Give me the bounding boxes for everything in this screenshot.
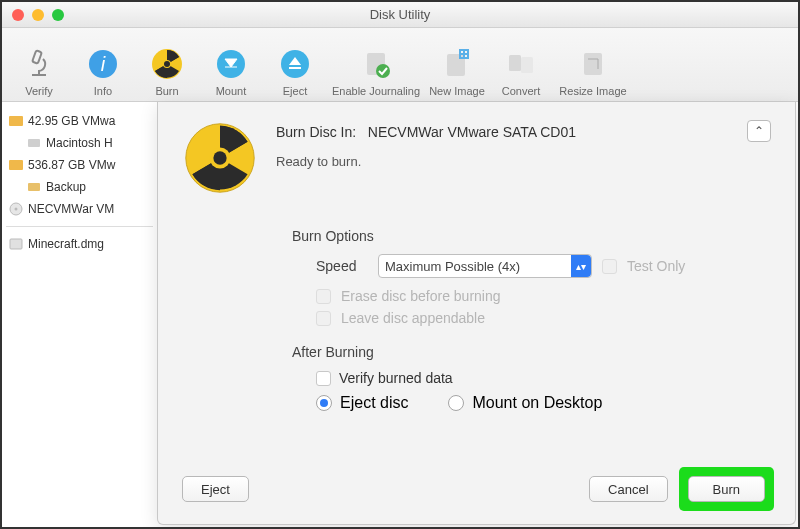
burn-disc-in-row: Burn Disc In: NECVMWar VMware SATA CD01 bbox=[276, 124, 729, 140]
svg-rect-18 bbox=[28, 183, 40, 191]
svg-rect-16 bbox=[28, 139, 40, 147]
test-only-checkbox bbox=[602, 259, 617, 274]
burn-options-title: Burn Options bbox=[292, 228, 771, 244]
titlebar: Disk Utility bbox=[2, 2, 798, 28]
burn-in-device: NECVMWar VMware SATA CD01 bbox=[368, 124, 576, 140]
convert-icon bbox=[504, 47, 538, 81]
mount-desktop-radio[interactable] bbox=[448, 395, 464, 411]
info-icon: i bbox=[86, 47, 120, 81]
chevron-up-icon: ⌃ bbox=[754, 124, 764, 138]
sidebar-label: Backup bbox=[46, 180, 86, 194]
svg-rect-13 bbox=[521, 57, 533, 73]
toolbar-label: Mount bbox=[216, 85, 247, 97]
dialog-header: Burn Disc In: NECVMWar VMware SATA CD01 … bbox=[182, 120, 771, 200]
dmg-icon bbox=[8, 236, 24, 252]
svg-rect-0 bbox=[32, 50, 42, 63]
toolbar-mount[interactable]: Mount bbox=[202, 47, 260, 97]
mount-icon bbox=[214, 47, 248, 81]
burn-button-highlight: Burn bbox=[682, 470, 771, 508]
toolbar-resize-image[interactable]: Resize Image bbox=[556, 47, 630, 97]
sidebar-dmg-minecraft[interactable]: Minecraft.dmg bbox=[2, 233, 157, 255]
mount-desktop-label: Mount on Desktop bbox=[472, 394, 602, 412]
toolbar-label: Resize Image bbox=[559, 85, 626, 97]
radiation-icon bbox=[182, 120, 258, 200]
radiation-icon bbox=[150, 47, 184, 81]
sidebar-disk-2[interactable]: 536.87 GB VMw bbox=[2, 154, 157, 176]
verify-data-checkbox[interactable] bbox=[316, 371, 331, 386]
toolbar-new-image[interactable]: New Image bbox=[428, 47, 486, 97]
sidebar-volume-backup[interactable]: Backup bbox=[2, 176, 157, 198]
toolbar: Verify i Info Burn Mount Eject bbox=[2, 28, 798, 102]
sidebar-label: Macintosh H bbox=[46, 136, 113, 150]
eject-disc-label: Eject disc bbox=[340, 394, 408, 412]
svg-point-20 bbox=[15, 208, 18, 211]
leave-appendable-checkbox bbox=[316, 311, 331, 326]
sidebar-label: 536.87 GB VMw bbox=[28, 158, 115, 172]
svg-point-24 bbox=[213, 151, 226, 164]
sidebar-label: 42.95 GB VMwa bbox=[28, 114, 115, 128]
svg-rect-14 bbox=[584, 53, 602, 75]
toolbar-label: Burn bbox=[155, 85, 178, 97]
disk-icon bbox=[8, 157, 24, 173]
burn-in-label: Burn Disc In: bbox=[276, 124, 356, 140]
toolbar-verify[interactable]: Verify bbox=[10, 47, 68, 97]
toolbar-label: Enable Journaling bbox=[332, 85, 420, 97]
after-burning-title: After Burning bbox=[292, 344, 771, 360]
toolbar-enable-journaling[interactable]: Enable Journaling bbox=[330, 47, 422, 97]
toolbar-burn[interactable]: Burn bbox=[138, 47, 196, 97]
speed-select[interactable]: Maximum Possible (4x) ▴▾ bbox=[378, 254, 592, 278]
speed-label: Speed bbox=[316, 258, 368, 274]
eject-button[interactable]: Eject bbox=[182, 476, 249, 502]
verify-row: Verify burned data bbox=[316, 370, 771, 386]
resize-icon bbox=[576, 47, 610, 81]
window-title: Disk Utility bbox=[2, 7, 798, 22]
sidebar: 42.95 GB VMwa Macintosh H 536.87 GB VMw … bbox=[2, 102, 157, 527]
after-burning-radios: Eject disc Mount on Desktop bbox=[316, 394, 771, 412]
dialog-buttons: Eject Cancel Burn bbox=[182, 456, 771, 508]
microscope-icon bbox=[22, 47, 56, 81]
leave-appendable-label: Leave disc appendable bbox=[341, 310, 485, 326]
new-image-icon bbox=[440, 47, 474, 81]
toolbar-convert[interactable]: Convert bbox=[492, 47, 550, 97]
toolbar-eject[interactable]: Eject bbox=[266, 47, 324, 97]
erase-disc-checkbox bbox=[316, 289, 331, 304]
sidebar-divider bbox=[6, 226, 153, 227]
sidebar-label: Minecraft.dmg bbox=[28, 237, 104, 251]
app-window: Disk Utility Verify i Info Burn Mount bbox=[2, 2, 798, 527]
collapse-button[interactable]: ⌃ bbox=[747, 120, 771, 142]
toolbar-label: Info bbox=[94, 85, 112, 97]
toolbar-label: Eject bbox=[283, 85, 307, 97]
svg-text:i: i bbox=[101, 53, 106, 75]
toolbar-info[interactable]: i Info bbox=[74, 47, 132, 97]
svg-rect-21 bbox=[10, 239, 22, 249]
svg-point-5 bbox=[164, 61, 170, 67]
sidebar-label: NECVMWar VM bbox=[28, 202, 114, 216]
verify-data-label: Verify burned data bbox=[339, 370, 453, 386]
burn-dialog: Burn Disc In: NECVMWar VMware SATA CD01 … bbox=[157, 102, 796, 525]
erase-disc-label: Erase disc before burning bbox=[341, 288, 501, 304]
sidebar-optical-drive[interactable]: NECVMWar VM bbox=[2, 198, 157, 220]
svg-rect-15 bbox=[9, 116, 23, 126]
disc-icon bbox=[8, 201, 24, 217]
eject-disc-radio[interactable] bbox=[316, 395, 332, 411]
volume-icon bbox=[26, 135, 42, 151]
sidebar-disk-1[interactable]: 42.95 GB VMwa bbox=[2, 110, 157, 132]
erase-disc-row: Erase disc before burning bbox=[316, 288, 771, 304]
speed-value: Maximum Possible (4x) bbox=[385, 259, 520, 274]
volume-icon bbox=[26, 179, 42, 195]
cancel-button[interactable]: Cancel bbox=[589, 476, 667, 502]
toolbar-label: Verify bbox=[25, 85, 53, 97]
disk-icon bbox=[8, 113, 24, 129]
journaling-icon bbox=[359, 47, 393, 81]
leave-appendable-row: Leave disc appendable bbox=[316, 310, 771, 326]
burn-button[interactable]: Burn bbox=[688, 476, 765, 502]
ready-status: Ready to burn. bbox=[276, 154, 729, 169]
svg-rect-12 bbox=[509, 55, 521, 71]
test-only-label: Test Only bbox=[627, 258, 685, 274]
sidebar-volume-macintosh[interactable]: Macintosh H bbox=[2, 132, 157, 154]
toolbar-label: Convert bbox=[502, 85, 541, 97]
toolbar-label: New Image bbox=[429, 85, 485, 97]
main-area: 42.95 GB VMwa Macintosh H 536.87 GB VMw … bbox=[2, 102, 798, 527]
eject-icon bbox=[278, 47, 312, 81]
svg-rect-17 bbox=[9, 160, 23, 170]
